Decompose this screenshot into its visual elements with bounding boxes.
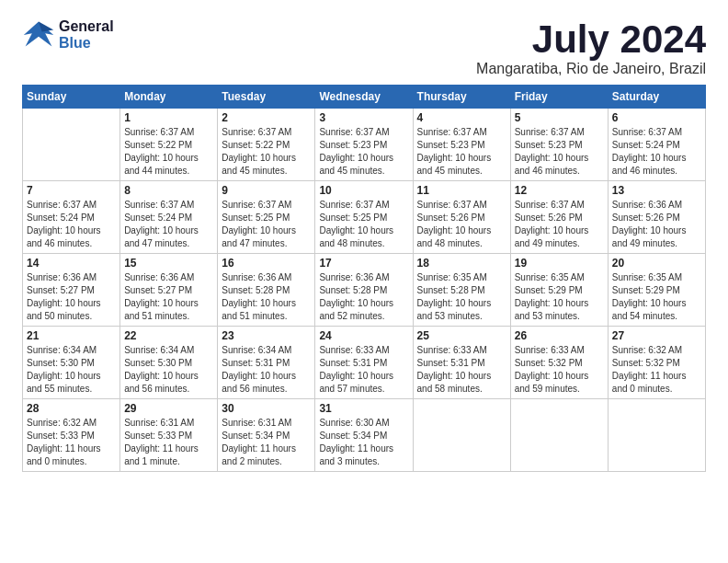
calendar-cell: 18Sunrise: 6:35 AM Sunset: 5:28 PM Dayli… bbox=[413, 254, 510, 327]
calendar-cell: 5Sunrise: 6:37 AM Sunset: 5:23 PM Daylig… bbox=[510, 109, 608, 181]
calendar-cell bbox=[23, 109, 120, 181]
day-info: Sunrise: 6:37 AM Sunset: 5:23 PM Dayligh… bbox=[417, 126, 506, 178]
calendar-table: SundayMondayTuesdayWednesdayThursdayFrid… bbox=[22, 85, 706, 472]
calendar-cell: 7Sunrise: 6:37 AM Sunset: 5:24 PM Daylig… bbox=[23, 181, 120, 254]
day-number: 4 bbox=[417, 111, 506, 124]
day-info: Sunrise: 6:37 AM Sunset: 5:22 PM Dayligh… bbox=[222, 126, 311, 178]
calendar-week-row: 14Sunrise: 6:36 AM Sunset: 5:27 PM Dayli… bbox=[23, 254, 706, 327]
calendar-cell bbox=[608, 399, 705, 472]
calendar-cell: 24Sunrise: 6:33 AM Sunset: 5:31 PM Dayli… bbox=[315, 327, 413, 399]
day-number: 13 bbox=[612, 184, 701, 197]
day-number: 29 bbox=[124, 402, 213, 415]
calendar-cell: 14Sunrise: 6:36 AM Sunset: 5:27 PM Dayli… bbox=[23, 254, 120, 327]
calendar-cell: 11Sunrise: 6:37 AM Sunset: 5:26 PM Dayli… bbox=[413, 181, 510, 254]
day-info: Sunrise: 6:34 AM Sunset: 5:30 PM Dayligh… bbox=[124, 344, 213, 396]
calendar-week-row: 21Sunrise: 6:34 AM Sunset: 5:30 PM Dayli… bbox=[23, 327, 706, 399]
day-info: Sunrise: 6:31 AM Sunset: 5:33 PM Dayligh… bbox=[124, 417, 213, 468]
location-subtitle: Mangaratiba, Rio de Janeiro, Brazil bbox=[476, 61, 706, 77]
calendar-cell: 31Sunrise: 6:30 AM Sunset: 5:34 PM Dayli… bbox=[315, 399, 413, 472]
col-header-thursday: Thursday bbox=[413, 86, 510, 109]
day-number: 19 bbox=[515, 257, 604, 270]
day-number: 7 bbox=[27, 184, 116, 197]
calendar-cell: 28Sunrise: 6:32 AM Sunset: 5:33 PM Dayli… bbox=[23, 399, 120, 472]
calendar-cell: 23Sunrise: 6:34 AM Sunset: 5:31 PM Dayli… bbox=[218, 327, 315, 399]
day-info: Sunrise: 6:33 AM Sunset: 5:32 PM Dayligh… bbox=[515, 344, 604, 396]
day-number: 10 bbox=[319, 184, 408, 197]
day-info: Sunrise: 6:37 AM Sunset: 5:26 PM Dayligh… bbox=[417, 199, 506, 250]
day-number: 28 bbox=[27, 402, 116, 415]
calendar-cell: 21Sunrise: 6:34 AM Sunset: 5:30 PM Dayli… bbox=[23, 327, 120, 399]
calendar-cell: 16Sunrise: 6:36 AM Sunset: 5:28 PM Dayli… bbox=[218, 254, 315, 327]
day-info: Sunrise: 6:36 AM Sunset: 5:28 PM Dayligh… bbox=[222, 271, 311, 323]
day-info: Sunrise: 6:37 AM Sunset: 5:25 PM Dayligh… bbox=[319, 199, 408, 250]
col-header-wednesday: Wednesday bbox=[315, 86, 413, 109]
calendar-week-row: 1Sunrise: 6:37 AM Sunset: 5:22 PM Daylig… bbox=[23, 109, 706, 181]
col-header-sunday: Sunday bbox=[23, 86, 120, 109]
svg-marker-0 bbox=[24, 22, 53, 47]
day-number: 30 bbox=[222, 402, 311, 415]
day-info: Sunrise: 6:35 AM Sunset: 5:29 PM Dayligh… bbox=[515, 271, 604, 323]
day-number: 11 bbox=[417, 184, 506, 197]
calendar-cell: 30Sunrise: 6:31 AM Sunset: 5:34 PM Dayli… bbox=[218, 399, 315, 472]
day-number: 22 bbox=[124, 329, 213, 342]
calendar-cell: 9Sunrise: 6:37 AM Sunset: 5:25 PM Daylig… bbox=[218, 181, 315, 254]
day-number: 8 bbox=[124, 184, 213, 197]
day-info: Sunrise: 6:37 AM Sunset: 5:26 PM Dayligh… bbox=[515, 199, 604, 250]
day-number: 31 bbox=[319, 402, 408, 415]
calendar-cell bbox=[510, 399, 608, 472]
day-number: 12 bbox=[515, 184, 604, 197]
day-info: Sunrise: 6:33 AM Sunset: 5:31 PM Dayligh… bbox=[319, 344, 408, 396]
day-number: 6 bbox=[612, 111, 701, 124]
calendar-cell: 1Sunrise: 6:37 AM Sunset: 5:22 PM Daylig… bbox=[120, 109, 218, 181]
calendar-cell: 25Sunrise: 6:33 AM Sunset: 5:31 PM Dayli… bbox=[413, 327, 510, 399]
calendar-cell: 4Sunrise: 6:37 AM Sunset: 5:23 PM Daylig… bbox=[413, 109, 510, 181]
calendar-cell: 10Sunrise: 6:37 AM Sunset: 5:25 PM Dayli… bbox=[315, 181, 413, 254]
day-info: Sunrise: 6:32 AM Sunset: 5:32 PM Dayligh… bbox=[612, 344, 701, 396]
header: General Blue July 2024 Mangaratiba, Rio … bbox=[22, 18, 706, 77]
title-area: July 2024 Mangaratiba, Rio de Janeiro, B… bbox=[476, 18, 706, 77]
col-header-monday: Monday bbox=[120, 86, 218, 109]
day-info: Sunrise: 6:36 AM Sunset: 5:27 PM Dayligh… bbox=[27, 271, 116, 323]
day-info: Sunrise: 6:33 AM Sunset: 5:31 PM Dayligh… bbox=[417, 344, 506, 396]
day-number: 16 bbox=[222, 257, 311, 270]
day-info: Sunrise: 6:35 AM Sunset: 5:28 PM Dayligh… bbox=[417, 271, 506, 323]
logo: General Blue bbox=[22, 18, 114, 52]
day-number: 1 bbox=[124, 111, 213, 124]
calendar-cell: 26Sunrise: 6:33 AM Sunset: 5:32 PM Dayli… bbox=[510, 327, 608, 399]
calendar-cell: 2Sunrise: 6:37 AM Sunset: 5:22 PM Daylig… bbox=[218, 109, 315, 181]
calendar-week-row: 7Sunrise: 6:37 AM Sunset: 5:24 PM Daylig… bbox=[23, 181, 706, 254]
day-number: 9 bbox=[222, 184, 311, 197]
day-info: Sunrise: 6:36 AM Sunset: 5:28 PM Dayligh… bbox=[319, 271, 408, 323]
calendar-cell: 6Sunrise: 6:37 AM Sunset: 5:24 PM Daylig… bbox=[608, 109, 705, 181]
day-info: Sunrise: 6:37 AM Sunset: 5:22 PM Dayligh… bbox=[124, 126, 213, 178]
day-info: Sunrise: 6:37 AM Sunset: 5:24 PM Dayligh… bbox=[612, 126, 701, 178]
col-header-friday: Friday bbox=[510, 86, 608, 109]
day-info: Sunrise: 6:34 AM Sunset: 5:31 PM Dayligh… bbox=[222, 344, 311, 396]
calendar-cell: 19Sunrise: 6:35 AM Sunset: 5:29 PM Dayli… bbox=[510, 254, 608, 327]
calendar-cell: 20Sunrise: 6:35 AM Sunset: 5:29 PM Dayli… bbox=[608, 254, 705, 327]
day-number: 21 bbox=[27, 329, 116, 342]
day-number: 3 bbox=[319, 111, 408, 124]
day-info: Sunrise: 6:37 AM Sunset: 5:24 PM Dayligh… bbox=[27, 199, 116, 250]
day-info: Sunrise: 6:37 AM Sunset: 5:25 PM Dayligh… bbox=[222, 199, 311, 250]
day-info: Sunrise: 6:34 AM Sunset: 5:30 PM Dayligh… bbox=[27, 344, 116, 396]
col-header-saturday: Saturday bbox=[608, 86, 705, 109]
day-number: 26 bbox=[515, 329, 604, 342]
day-info: Sunrise: 6:37 AM Sunset: 5:24 PM Dayligh… bbox=[124, 199, 213, 250]
day-number: 5 bbox=[515, 111, 604, 124]
calendar-cell: 15Sunrise: 6:36 AM Sunset: 5:27 PM Dayli… bbox=[120, 254, 218, 327]
logo-text: General Blue bbox=[59, 18, 114, 52]
calendar-cell: 12Sunrise: 6:37 AM Sunset: 5:26 PM Dayli… bbox=[510, 181, 608, 254]
day-number: 25 bbox=[417, 329, 506, 342]
day-number: 17 bbox=[319, 257, 408, 270]
calendar-cell: 29Sunrise: 6:31 AM Sunset: 5:33 PM Dayli… bbox=[120, 399, 218, 472]
day-info: Sunrise: 6:36 AM Sunset: 5:26 PM Dayligh… bbox=[612, 199, 701, 250]
calendar-cell: 3Sunrise: 6:37 AM Sunset: 5:23 PM Daylig… bbox=[315, 109, 413, 181]
day-info: Sunrise: 6:31 AM Sunset: 5:34 PM Dayligh… bbox=[222, 417, 311, 468]
day-info: Sunrise: 6:36 AM Sunset: 5:27 PM Dayligh… bbox=[124, 271, 213, 323]
calendar-week-row: 28Sunrise: 6:32 AM Sunset: 5:33 PM Dayli… bbox=[23, 399, 706, 472]
calendar-cell: 17Sunrise: 6:36 AM Sunset: 5:28 PM Dayli… bbox=[315, 254, 413, 327]
day-number: 27 bbox=[612, 329, 701, 342]
calendar-cell: 22Sunrise: 6:34 AM Sunset: 5:30 PM Dayli… bbox=[120, 327, 218, 399]
calendar-cell: 13Sunrise: 6:36 AM Sunset: 5:26 PM Dayli… bbox=[608, 181, 705, 254]
